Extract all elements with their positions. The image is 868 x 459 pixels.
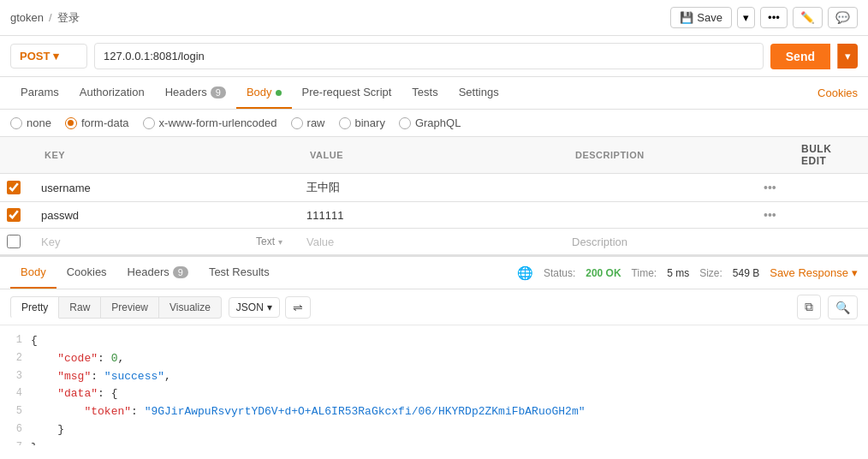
placeholder-key-text: Key [41,235,60,248]
col-key: KEY [34,137,300,174]
search-icon: 🔍 [835,301,850,314]
placeholder-empty [791,229,868,255]
row1-checkbox[interactable] [7,181,21,194]
save-label: Save [697,11,722,24]
row1-key-cell: username [34,174,300,202]
tab-body[interactable]: Body [236,77,292,109]
code-line-3: 3 "msg": "success", [0,368,868,386]
comment-icon: 💬 [835,11,850,24]
request-tabs: Params Authorization Headers9 Body Pre-r… [0,77,868,110]
status-label: Status: [544,267,575,279]
code-line-6: 6 } [0,421,868,439]
response-section: Body Cookies Headers9 Test Results 🌐 Sta… [0,255,868,445]
row2-key-value: passwd [41,209,79,222]
col-value: VALUE [300,137,565,174]
tab-tests[interactable]: Tests [401,77,448,109]
tab-prerequest[interactable]: Pre-request Script [292,77,402,109]
response-size: 549 B [733,267,759,279]
body-type-urlencoded[interactable]: x-www-form-urlencoded [143,116,277,129]
row1-desc-cell [565,174,757,202]
row1-more-icon[interactable]: ••• [757,181,783,194]
col-more [757,137,791,174]
table-placeholder-row: Key Text▾ Value Description [0,229,868,255]
edit-icon: ✏️ [800,11,815,24]
placeholder-checkbox[interactable] [7,235,21,248]
wrap-button[interactable]: ⇌ [285,296,311,319]
save-arrow-button[interactable]: ▾ [737,7,755,28]
row2-more-icon[interactable]: ••• [757,208,783,222]
copy-button[interactable]: ⧉ [797,295,821,319]
response-tabs-list: Body Cookies Headers9 Test Results [10,257,280,289]
radio-form-data-icon [65,117,77,129]
format-tab-visualize[interactable]: Visualize [159,296,222,319]
method-select[interactable]: POST ▾ [10,44,87,69]
row2-checkbox[interactable] [7,208,21,222]
placeholder-type-selector[interactable]: Text▾ [256,235,293,247]
format-controls: Pretty Raw Preview Visualize JSON ▾ ⇌ [10,296,311,319]
format-tab-raw[interactable]: Raw [59,296,101,319]
tab-params[interactable]: Params [10,77,69,109]
save-disk-icon: 💾 [680,11,693,24]
radio-raw-icon [291,117,303,129]
breadcrumb: gtoken / 登录 [10,10,80,26]
response-status: 🌐 Status: 200 OK Time: 5 ms Size: 549 B … [517,265,858,281]
more-button[interactable]: ••• [760,7,788,28]
cookies-link[interactable]: Cookies [817,78,858,108]
tab-settings[interactable]: Settings [449,77,509,109]
save-response-chevron-icon: ▾ [852,266,858,279]
body-type-selector: none form-data x-www-form-urlencoded raw… [0,110,868,137]
placeholder-checkbox-cell [0,229,34,255]
save-response-button[interactable]: Save Response ▾ [770,266,858,279]
body-type-binary[interactable]: binary [339,116,385,129]
placeholder-value-cell: Value [300,229,565,255]
status-code: 200 OK [586,267,621,279]
url-input[interactable] [94,43,764,69]
save-button[interactable]: 💾 Save [670,7,732,28]
body-type-raw[interactable]: raw [291,116,325,129]
body-type-form-data[interactable]: form-data [65,116,129,129]
format-tabs: Pretty Raw Preview Visualize [10,296,222,319]
body-type-none[interactable]: none [10,116,51,129]
save-response-label: Save Response [770,266,848,279]
format-right-actions: ⧉ 🔍 [797,295,858,319]
url-bar: POST ▾ Send ▾ [0,36,868,77]
copy-icon: ⧉ [805,300,813,313]
response-tabs: Body Cookies Headers9 Test Results 🌐 Sta… [0,257,868,289]
row1-more: ••• [757,174,791,202]
format-tab-pretty[interactable]: Pretty [10,296,59,319]
json-type-select[interactable]: JSON ▾ [229,297,280,318]
response-tab-cookies[interactable]: Cookies [56,257,117,289]
code-line-5: 5 "token": "9GJirAwpuRsvyrtYD6V+d+O+AL6I… [0,403,868,421]
search-button[interactable]: 🔍 [828,295,858,319]
edit-button[interactable]: ✏️ [793,7,823,28]
table-row: username 王中阳 ••• [0,174,868,202]
format-row: Pretty Raw Preview Visualize JSON ▾ ⇌ ⧉ … [0,289,868,325]
format-tab-preview[interactable]: Preview [101,296,159,319]
response-tab-test-results[interactable]: Test Results [199,257,280,289]
size-label: Size: [699,267,722,279]
response-headers-badge: 9 [173,266,188,278]
send-arrow-button[interactable]: ▾ [837,44,858,69]
table-row: passwd 111111 ••• [0,202,868,229]
tab-authorization[interactable]: Authorization [69,77,155,109]
project-name: gtoken [10,11,44,24]
tab-headers[interactable]: Headers9 [155,77,236,109]
col-checkbox [0,137,34,174]
body-type-graphql[interactable]: GraphQL [399,116,461,129]
placeholder-key-cell: Key Text▾ [34,229,300,255]
radio-urlencoded-icon [143,117,155,129]
response-tab-headers[interactable]: Headers9 [117,257,199,289]
placeholder-desc-cell: Description [565,229,757,255]
send-button[interactable]: Send [770,44,830,69]
row2-desc-cell [565,202,757,229]
comment-button[interactable]: 💬 [828,7,858,28]
bulk-edit-button[interactable]: Bulk Edit [801,143,831,167]
params-table: KEY VALUE DESCRIPTION Bulk Edit username… [0,137,868,255]
time-label: Time: [632,267,657,279]
response-tab-body[interactable]: Body [10,257,56,289]
row2-key-cell: passwd [34,202,300,229]
code-line-1: 1 { [0,332,868,350]
row1-value-value: 王中阳 [306,181,340,194]
row2-more: ••• [757,202,791,229]
type-chevron-icon: ▾ [278,237,282,247]
